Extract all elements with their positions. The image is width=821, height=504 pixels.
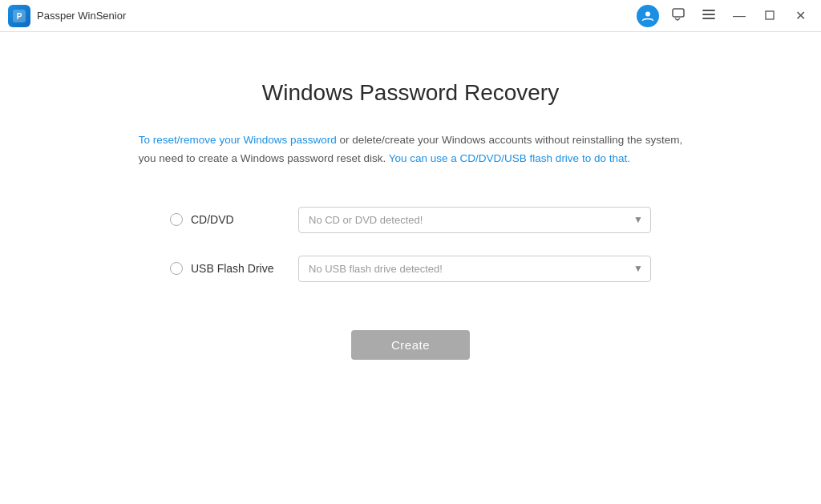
account-button[interactable]: [633, 3, 662, 29]
usb-dropdown[interactable]: No USB flash drive detected!: [298, 256, 651, 282]
cddvd-label-text: CD/DVD: [191, 213, 234, 226]
title-bar-left: P Passper WinSenior: [8, 5, 126, 27]
options-container: CD/DVD No CD or DVD detected! ▼ USB Flas…: [170, 207, 651, 282]
usb-option-row: USB Flash Drive No USB flash drive detec…: [170, 256, 651, 282]
title-bar-controls: — ✕: [633, 3, 815, 29]
chat-button[interactable]: [664, 3, 693, 29]
svg-rect-7: [766, 11, 774, 19]
chat-icon: [671, 7, 686, 25]
account-icon: [637, 5, 659, 27]
page-title: Windows Password Recovery: [262, 80, 559, 106]
cddvd-dropdown-wrapper: No CD or DVD detected! ▼: [298, 207, 651, 233]
cddvd-label[interactable]: CD/DVD: [170, 213, 282, 226]
svg-rect-3: [673, 9, 684, 17]
svg-text:P: P: [17, 12, 22, 21]
description-part2: you need to create a Windows password re…: [139, 152, 389, 164]
cddvd-radio[interactable]: [170, 213, 183, 226]
menu-button[interactable]: [694, 3, 723, 29]
usb-label[interactable]: USB Flash Drive: [170, 262, 282, 275]
main-content: Windows Password Recovery To reset/remov…: [0, 32, 821, 504]
description-part3: You can use a CD/DVD/USB flash drive to …: [389, 152, 630, 164]
svg-point-2: [645, 11, 650, 16]
minimize-icon: —: [733, 9, 746, 23]
cddvd-option-row: CD/DVD No CD or DVD detected! ▼: [170, 207, 651, 233]
create-button[interactable]: Create: [351, 330, 470, 360]
usb-dropdown-wrapper: No USB flash drive detected! ▼: [298, 256, 651, 282]
close-icon: ✕: [795, 8, 806, 23]
app-title: Passper WinSenior: [37, 10, 126, 22]
maximize-button[interactable]: [755, 3, 784, 29]
description-text: To reset/remove your Windows password or…: [139, 131, 682, 168]
cddvd-dropdown[interactable]: No CD or DVD detected!: [298, 207, 651, 233]
hamburger-icon: [702, 9, 716, 23]
app-logo: P: [8, 5, 30, 27]
minimize-button[interactable]: —: [725, 3, 754, 29]
title-bar: P Passper WinSenior: [0, 0, 821, 32]
usb-radio[interactable]: [170, 262, 183, 275]
close-button[interactable]: ✕: [786, 3, 815, 29]
usb-label-text: USB Flash Drive: [191, 262, 273, 275]
description-part1: To reset/remove your Windows password or…: [139, 134, 682, 146]
maximize-icon: [765, 9, 774, 23]
